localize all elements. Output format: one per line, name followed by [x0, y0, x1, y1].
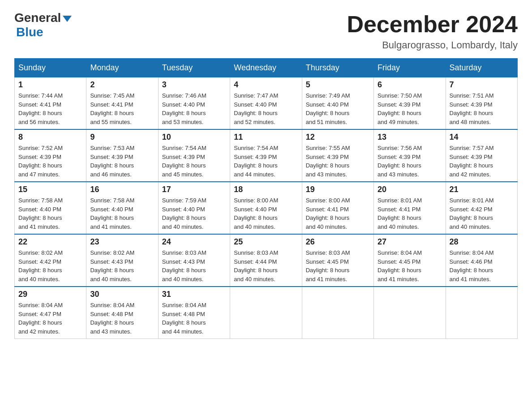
day-info: Sunrise: 7:45 AM Sunset: 4:41 PM Dayligh…	[90, 91, 154, 126]
col-sunday: Sunday	[15, 59, 86, 77]
day-number: 30	[90, 290, 154, 299]
col-friday: Friday	[374, 59, 446, 77]
day-info: Sunrise: 8:03 AM Sunset: 4:44 PM Dayligh…	[234, 248, 298, 283]
day-number: 29	[18, 290, 82, 299]
calendar-cell: 8 Sunrise: 7:52 AM Sunset: 4:39 PM Dayli…	[15, 129, 86, 182]
day-number: 1	[18, 80, 82, 90]
calendar-cell: 28 Sunrise: 8:04 AM Sunset: 4:46 PM Dayl…	[446, 234, 517, 287]
day-info: Sunrise: 8:04 AM Sunset: 4:48 PM Dayligh…	[90, 301, 154, 336]
day-info: Sunrise: 8:04 AM Sunset: 4:45 PM Dayligh…	[378, 248, 442, 283]
day-info: Sunrise: 7:49 AM Sunset: 4:40 PM Dayligh…	[306, 91, 370, 126]
day-number: 7	[450, 80, 514, 90]
calendar-cell: 11 Sunrise: 7:54 AM Sunset: 4:39 PM Dayl…	[230, 129, 302, 182]
day-number: 21	[450, 185, 514, 194]
calendar-cell: 27 Sunrise: 8:04 AM Sunset: 4:45 PM Dayl…	[374, 234, 446, 287]
day-info: Sunrise: 7:46 AM Sunset: 4:40 PM Dayligh…	[162, 91, 226, 126]
calendar-week-row: 8 Sunrise: 7:52 AM Sunset: 4:39 PM Dayli…	[15, 129, 518, 182]
calendar-cell: 19 Sunrise: 8:00 AM Sunset: 4:41 PM Dayl…	[302, 182, 373, 234]
day-number: 3	[162, 80, 226, 90]
day-info: Sunrise: 7:57 AM Sunset: 4:39 PM Dayligh…	[450, 144, 514, 179]
calendar-cell: 20 Sunrise: 8:01 AM Sunset: 4:41 PM Dayl…	[374, 182, 446, 234]
calendar-cell: 5 Sunrise: 7:49 AM Sunset: 4:40 PM Dayli…	[302, 77, 373, 130]
day-number: 9	[90, 133, 154, 142]
day-number: 13	[378, 133, 442, 142]
calendar-cell: 12 Sunrise: 7:55 AM Sunset: 4:39 PM Dayl…	[302, 129, 373, 182]
day-info: Sunrise: 7:47 AM Sunset: 4:40 PM Dayligh…	[234, 91, 298, 126]
calendar-cell: 23 Sunrise: 8:02 AM Sunset: 4:43 PM Dayl…	[86, 234, 158, 287]
day-number: 17	[162, 185, 226, 194]
calendar-cell: 18 Sunrise: 8:00 AM Sunset: 4:40 PM Dayl…	[230, 182, 302, 234]
day-info: Sunrise: 8:00 AM Sunset: 4:40 PM Dayligh…	[234, 196, 298, 231]
day-info: Sunrise: 8:02 AM Sunset: 4:43 PM Dayligh…	[90, 248, 154, 283]
day-number: 14	[450, 133, 514, 142]
calendar-cell: 24 Sunrise: 8:03 AM Sunset: 4:43 PM Dayl…	[158, 234, 230, 287]
day-info: Sunrise: 8:01 AM Sunset: 4:42 PM Dayligh…	[450, 196, 514, 231]
calendar-cell: 21 Sunrise: 8:01 AM Sunset: 4:42 PM Dayl…	[446, 182, 517, 234]
calendar-cell: 4 Sunrise: 7:47 AM Sunset: 4:40 PM Dayli…	[230, 77, 302, 130]
day-info: Sunrise: 7:54 AM Sunset: 4:39 PM Dayligh…	[234, 144, 298, 179]
day-number: 25	[234, 237, 298, 247]
calendar-cell: 16 Sunrise: 7:58 AM Sunset: 4:40 PM Dayl…	[86, 182, 158, 234]
day-number: 19	[306, 185, 370, 194]
calendar-cell: 10 Sunrise: 7:54 AM Sunset: 4:39 PM Dayl…	[158, 129, 230, 182]
day-number: 11	[234, 133, 298, 142]
calendar-table: Sunday Monday Tuesday Wednesday Thursday…	[14, 58, 518, 339]
day-number: 23	[90, 237, 154, 247]
day-info: Sunrise: 7:56 AM Sunset: 4:39 PM Dayligh…	[378, 144, 442, 179]
calendar-cell	[302, 287, 373, 339]
calendar-cell: 14 Sunrise: 7:57 AM Sunset: 4:39 PM Dayl…	[446, 129, 517, 182]
day-number: 22	[18, 237, 82, 247]
day-number: 4	[234, 80, 298, 90]
calendar-cell: 29 Sunrise: 8:04 AM Sunset: 4:47 PM Dayl…	[15, 287, 86, 339]
calendar-cell: 9 Sunrise: 7:53 AM Sunset: 4:39 PM Dayli…	[86, 129, 158, 182]
day-info: Sunrise: 8:04 AM Sunset: 4:47 PM Dayligh…	[18, 301, 82, 336]
day-info: Sunrise: 8:03 AM Sunset: 4:45 PM Dayligh…	[306, 248, 370, 283]
calendar-cell: 31 Sunrise: 8:04 AM Sunset: 4:48 PM Dayl…	[158, 287, 230, 339]
logo-general-text: General	[14, 11, 61, 25]
day-info: Sunrise: 8:03 AM Sunset: 4:43 PM Dayligh…	[162, 248, 226, 283]
day-number: 10	[162, 133, 226, 142]
day-number: 15	[18, 185, 82, 194]
day-info: Sunrise: 7:55 AM Sunset: 4:39 PM Dayligh…	[306, 144, 370, 179]
logo: General Blue	[14, 11, 72, 39]
calendar-week-row: 29 Sunrise: 8:04 AM Sunset: 4:47 PM Dayl…	[15, 287, 518, 339]
day-info: Sunrise: 7:52 AM Sunset: 4:39 PM Dayligh…	[18, 144, 82, 179]
main-title: December 2024	[347, 11, 518, 38]
calendar-cell: 6 Sunrise: 7:50 AM Sunset: 4:39 PM Dayli…	[374, 77, 446, 130]
day-info: Sunrise: 7:51 AM Sunset: 4:39 PM Dayligh…	[450, 91, 514, 126]
logo-top: General	[14, 11, 72, 25]
day-info: Sunrise: 7:53 AM Sunset: 4:39 PM Dayligh…	[90, 144, 154, 179]
day-number: 27	[378, 237, 442, 247]
day-number: 18	[234, 185, 298, 194]
col-saturday: Saturday	[446, 59, 517, 77]
day-number: 12	[306, 133, 370, 142]
col-monday: Monday	[86, 59, 158, 77]
calendar-week-row: 1 Sunrise: 7:44 AM Sunset: 4:41 PM Dayli…	[15, 77, 518, 130]
day-number: 20	[378, 185, 442, 194]
calendar-cell: 25 Sunrise: 8:03 AM Sunset: 4:44 PM Dayl…	[230, 234, 302, 287]
calendar-week-row: 15 Sunrise: 7:58 AM Sunset: 4:40 PM Dayl…	[15, 182, 518, 234]
day-number: 31	[162, 290, 226, 299]
col-wednesday: Wednesday	[230, 59, 302, 77]
page-header: General Blue December 2024 Bulgarograsso…	[14, 11, 518, 51]
calendar-cell	[446, 287, 517, 339]
day-info: Sunrise: 8:02 AM Sunset: 4:42 PM Dayligh…	[18, 248, 82, 283]
day-info: Sunrise: 8:04 AM Sunset: 4:46 PM Dayligh…	[450, 248, 514, 283]
day-number: 16	[90, 185, 154, 194]
day-number: 26	[306, 237, 370, 247]
calendar-cell: 13 Sunrise: 7:56 AM Sunset: 4:39 PM Dayl…	[374, 129, 446, 182]
calendar-header-row: Sunday Monday Tuesday Wednesday Thursday…	[15, 59, 518, 77]
calendar-cell: 26 Sunrise: 8:03 AM Sunset: 4:45 PM Dayl…	[302, 234, 373, 287]
calendar-cell: 17 Sunrise: 7:59 AM Sunset: 4:40 PM Dayl…	[158, 182, 230, 234]
subtitle: Bulgarograsso, Lombardy, Italy	[347, 39, 518, 51]
day-number: 28	[450, 237, 514, 247]
day-number: 6	[378, 80, 442, 90]
day-info: Sunrise: 8:04 AM Sunset: 4:48 PM Dayligh…	[162, 301, 226, 336]
calendar-cell: 2 Sunrise: 7:45 AM Sunset: 4:41 PM Dayli…	[86, 77, 158, 130]
day-info: Sunrise: 7:54 AM Sunset: 4:39 PM Dayligh…	[162, 144, 226, 179]
col-thursday: Thursday	[302, 59, 373, 77]
calendar-cell: 22 Sunrise: 8:02 AM Sunset: 4:42 PM Dayl…	[15, 234, 86, 287]
calendar-cell: 3 Sunrise: 7:46 AM Sunset: 4:40 PM Dayli…	[158, 77, 230, 130]
calendar-cell: 15 Sunrise: 7:58 AM Sunset: 4:40 PM Dayl…	[15, 182, 86, 234]
day-info: Sunrise: 7:59 AM Sunset: 4:40 PM Dayligh…	[162, 196, 226, 231]
